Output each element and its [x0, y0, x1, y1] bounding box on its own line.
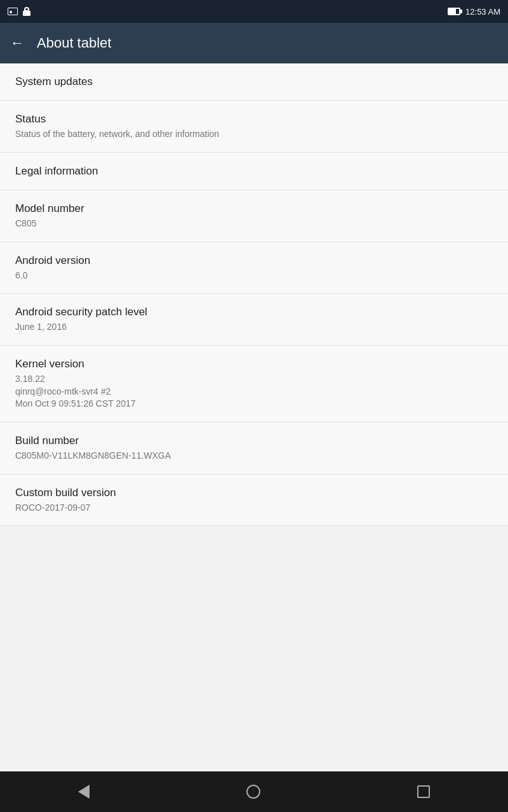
- list-item-title-legal-information: Legal information: [15, 164, 493, 178]
- list-item-subtitle-kernel-version: 3.18.22 qinrq@roco-mtk-svr4 #2 Mon Oct 9…: [15, 373, 493, 410]
- list-item-system-updates[interactable]: System updates: [0, 63, 508, 101]
- list-item-title-custom-build-version: Custom build version: [15, 486, 493, 500]
- list-item-subtitle-build-number: C805M0-V11LKM8GN8GEN-11.WXGA: [15, 450, 493, 462]
- page-title: About tablet: [37, 35, 111, 51]
- list-item-title-build-number: Build number: [15, 434, 493, 448]
- list-item-build-number: Build numberC805M0-V11LKM8GN8GEN-11.WXGA: [0, 422, 508, 475]
- list-item-title-android-version: Android version: [15, 254, 493, 268]
- list-item-subtitle-android-security-patch: June 1, 2016: [15, 321, 493, 334]
- image-icon: [8, 8, 18, 15]
- battery-icon: [448, 8, 460, 15]
- status-bar-right: 12:53 AM: [448, 7, 500, 16]
- list-item-title-android-security-patch: Android security patch level: [15, 305, 493, 319]
- list-item-title-system-updates: System updates: [15, 75, 493, 89]
- list-item-kernel-version: Kernel version3.18.22 qinrq@roco-mtk-svr…: [0, 346, 508, 422]
- back-button[interactable]: ←: [10, 35, 24, 51]
- status-bar: 12:53 AM: [0, 0, 508, 23]
- list-item-legal-information[interactable]: Legal information: [0, 153, 508, 190]
- list-item-android-security-patch: Android security patch levelJune 1, 2016: [0, 294, 508, 346]
- list-item-title-model-number: Model number: [15, 202, 493, 216]
- status-bar-left-icons: [8, 7, 30, 16]
- list-item-model-number: Model numberC805: [0, 190, 508, 242]
- list-item-android-version: Android version6.0: [0, 242, 508, 294]
- nav-back-button[interactable]: [78, 785, 90, 799]
- list-item-subtitle-custom-build-version: ROCO-2017-09-07: [15, 502, 493, 514]
- list-item-status[interactable]: StatusStatus of the battery, network, an…: [0, 101, 508, 153]
- list-item-custom-build-version: Custom build versionROCO-2017-09-07: [0, 475, 508, 527]
- list-item-subtitle-model-number: C805: [15, 218, 493, 230]
- list-item-title-status: Status: [15, 112, 493, 126]
- navigation-bar: [0, 771, 508, 812]
- nav-recents-button[interactable]: [417, 785, 430, 798]
- list-item-subtitle-android-version: 6.0: [15, 270, 493, 282]
- nav-home-button[interactable]: [246, 785, 260, 799]
- settings-list: System updatesStatusStatus of the batter…: [0, 63, 508, 771]
- toolbar: ← About tablet: [0, 23, 508, 63]
- list-item-title-kernel-version: Kernel version: [15, 357, 493, 371]
- time-display: 12:53 AM: [465, 7, 500, 16]
- list-item-subtitle-status: Status of the battery, network, and othe…: [15, 128, 493, 141]
- lock-icon: [23, 7, 30, 16]
